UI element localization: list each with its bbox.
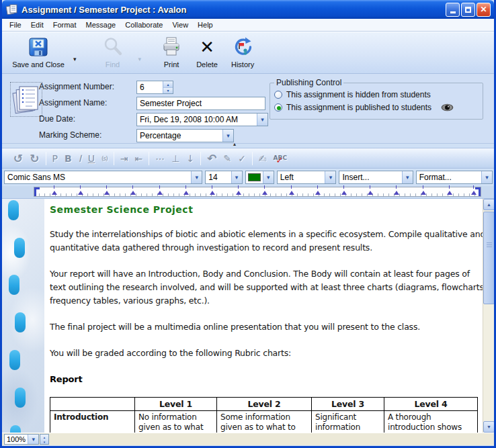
- menu-edit[interactable]: Edit: [26, 19, 48, 30]
- underline-icon[interactable]: U: [88, 153, 95, 164]
- strikethrough-icon[interactable]: (s): [101, 153, 108, 164]
- text-color-combo[interactable]: ▾: [245, 171, 274, 184]
- indent-decrease-icon[interactable]: ⇤: [134, 153, 142, 164]
- font-size-dropdown-icon[interactable]: ▾: [231, 171, 242, 183]
- baseline-icon[interactable]: ⊥: [171, 153, 179, 164]
- document-editor[interactable]: Semester Science Project Study the inter…: [2, 198, 494, 433]
- stepper-up-icon[interactable]: ▴: [163, 81, 173, 88]
- alignment-dropdown-icon[interactable]: ▾: [325, 171, 335, 183]
- revert-icon[interactable]: ↶: [207, 153, 216, 164]
- history-button[interactable]: History: [226, 35, 259, 69]
- rubric-row-introduction: Introduction No information given as to …: [50, 411, 478, 433]
- rubric-cell: No information given as to what to expec…: [135, 411, 217, 433]
- find-button[interactable]: Find: [91, 35, 134, 69]
- signature-icon[interactable]: ✍: [259, 153, 267, 164]
- published-option-row[interactable]: This assignment is published to students: [274, 101, 479, 114]
- title-bar[interactable]: Assignment / Semester Project : Avalon ✕: [2, 0, 494, 19]
- scrollbar-thumb[interactable]: [483, 212, 494, 304]
- delete-button[interactable]: ✕ Delete: [191, 35, 223, 69]
- redo-icon[interactable]: ↻: [30, 153, 39, 164]
- format-value: Format...: [417, 173, 481, 182]
- minimize-button[interactable]: [446, 3, 460, 17]
- collapse-handle-icon[interactable]: ▴: [233, 142, 236, 147]
- spell-check-icon[interactable]: ABC ✓: [274, 152, 288, 165]
- menu-file[interactable]: File: [5, 19, 26, 30]
- assignment-number-field: ▴ ▾: [136, 81, 173, 94]
- approve-icon[interactable]: ✓: [238, 153, 246, 164]
- assignment-name-input[interactable]: [137, 97, 265, 109]
- menu-collaborate[interactable]: Collaborate: [120, 19, 167, 30]
- format-combo[interactable]: Format... ▾: [416, 171, 493, 184]
- assignment-window: Assignment / Semester Project : Avalon ✕…: [0, 0, 496, 448]
- font-size-combo[interactable]: 14 ▾: [205, 171, 242, 184]
- text-color-dropdown-icon[interactable]: ▾: [263, 171, 274, 183]
- rubric-cell: Significant information given reader is …: [312, 411, 384, 433]
- text-color-swatch: [248, 173, 261, 181]
- maximize-icon: [465, 7, 471, 13]
- assignment-number-input[interactable]: [137, 81, 163, 93]
- zoom-up-icon[interactable]: ▴: [40, 435, 48, 439]
- history-label: History: [231, 60, 254, 69]
- ruler-band: [2, 186, 494, 198]
- rubric-header-level4: Level 4: [384, 398, 478, 411]
- bold-icon[interactable]: B: [65, 153, 72, 164]
- scroll-up-button[interactable]: ▲: [483, 199, 494, 210]
- menu-bar: File Edit Format Message Collaborate Vie…: [2, 19, 494, 32]
- alignment-combo[interactable]: Left ▾: [277, 171, 337, 184]
- indent-increase-icon[interactable]: ⇥: [120, 153, 128, 164]
- zoom-dropdown-icon[interactable]: ▾: [28, 435, 38, 444]
- print-button[interactable]: Print: [156, 35, 187, 69]
- save-and-close-button[interactable]: Save and Close: [7, 35, 69, 69]
- print-label: Print: [164, 60, 179, 69]
- save-close-icon: [28, 36, 48, 58]
- menu-message[interactable]: Message: [81, 19, 121, 30]
- insert-dropdown-icon[interactable]: ▾: [402, 171, 413, 183]
- assignment-item-icon[interactable]: [10, 82, 42, 117]
- history-icon: [232, 36, 253, 58]
- font-bar: Comic Sans MS ▾ 14 ▾ ▾ Left ▾ Insert... …: [2, 169, 494, 186]
- find-dropdown-arrow-icon[interactable]: ▾: [138, 56, 142, 62]
- tab-stops-icon[interactable]: ⋯: [155, 153, 165, 164]
- undo-icon[interactable]: ↺: [13, 153, 23, 164]
- close-icon: ✕: [480, 5, 487, 14]
- stationery-margin: [2, 199, 44, 433]
- close-button[interactable]: ✕: [477, 3, 491, 17]
- published-radio[interactable]: [274, 103, 282, 111]
- zoom-stepper: ▴ ▾: [40, 434, 49, 445]
- save-and-close-label: Save and Close: [12, 60, 65, 69]
- assignment-name-field: [136, 97, 265, 110]
- hidden-option-row[interactable]: This assignment is hidden from students: [274, 88, 479, 101]
- save-dropdown-arrow-icon[interactable]: ▾: [73, 56, 77, 62]
- publishing-control-legend: Publishing Control: [274, 78, 343, 87]
- font-family-combo[interactable]: Comic Sans MS ▾: [4, 171, 202, 184]
- maximize-button[interactable]: [461, 3, 475, 17]
- paragraph: Your report will have an Introduction, B…: [50, 267, 487, 308]
- font-size-value: 14: [206, 173, 231, 182]
- move-down-icon[interactable]: ↓: [186, 153, 194, 164]
- marking-scheme-dropdown-icon[interactable]: ▾: [222, 130, 233, 142]
- italic-icon[interactable]: I: [79, 153, 81, 164]
- insert-combo[interactable]: Insert... ▾: [339, 171, 413, 184]
- zoom-down-icon[interactable]: ▾: [40, 439, 48, 444]
- menu-view[interactable]: View: [167, 19, 193, 30]
- stepper-down-icon[interactable]: ▾: [163, 88, 173, 94]
- zoom-combo[interactable]: 100% ▾: [4, 434, 39, 445]
- alignment-value: Left: [278, 173, 325, 182]
- draw-icon[interactable]: ✎: [223, 153, 231, 164]
- rubric-cell: Some information given as to what to exp…: [217, 411, 312, 433]
- format-dropdown-icon[interactable]: ▾: [481, 171, 492, 183]
- hidden-radio[interactable]: [274, 91, 282, 99]
- menu-help[interactable]: Help: [193, 19, 218, 30]
- ruler[interactable]: [34, 187, 481, 197]
- due-date-dropdown-icon[interactable]: ▾: [257, 114, 267, 126]
- font-family-dropdown-icon[interactable]: ▾: [191, 171, 202, 183]
- marking-scheme-combo[interactable]: Percentage ▾: [136, 129, 234, 142]
- due-date-combo[interactable]: Fri, Dec 19, 2008 10:00 AM ▾: [136, 113, 268, 126]
- pane-splitter[interactable]: ▴: [2, 144, 494, 148]
- scroll-down-button[interactable]: ▼: [483, 421, 494, 433]
- notes-stack-icon: [12, 84, 40, 115]
- left-indent-marker[interactable]: [34, 187, 40, 196]
- vertical-scrollbar[interactable]: ▲ ▼: [483, 199, 494, 433]
- plain-text-icon[interactable]: P: [52, 153, 58, 164]
- menu-format[interactable]: Format: [48, 19, 81, 30]
